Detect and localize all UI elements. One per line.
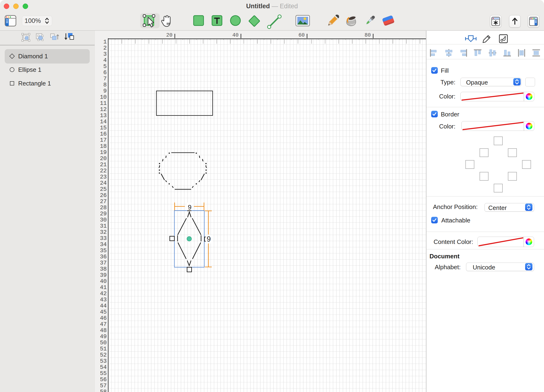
svg-text:30: 30 <box>100 217 107 223</box>
svg-text:38: 38 <box>100 266 107 272</box>
svg-text:20: 20 <box>166 32 172 38</box>
svg-text:4: 4 <box>103 57 107 64</box>
svg-text:58: 58 <box>100 389 107 392</box>
svg-text:49: 49 <box>100 333 107 340</box>
svg-text:6: 6 <box>103 69 107 76</box>
svg-text:28: 28 <box>100 204 107 211</box>
svg-text:10: 10 <box>100 94 107 100</box>
svg-text:43: 43 <box>100 297 107 303</box>
svg-text:1: 1 <box>103 39 107 45</box>
svg-text:80: 80 <box>365 32 371 38</box>
svg-text:52: 52 <box>100 352 107 358</box>
svg-text:24: 24 <box>100 180 107 186</box>
svg-text:17: 17 <box>100 137 107 143</box>
svg-text:18: 18 <box>100 143 107 149</box>
svg-text:27: 27 <box>100 198 107 205</box>
svg-text:14: 14 <box>100 119 107 125</box>
svg-text:56: 56 <box>100 376 107 383</box>
svg-text:3: 3 <box>103 51 107 57</box>
svg-text:13: 13 <box>100 113 107 119</box>
svg-text:20: 20 <box>100 155 107 162</box>
svg-text:22: 22 <box>100 168 107 174</box>
svg-text:36: 36 <box>100 254 107 260</box>
svg-text:12: 12 <box>100 106 107 113</box>
svg-text:46: 46 <box>100 315 107 321</box>
svg-text:5: 5 <box>103 63 107 70</box>
svg-text:25: 25 <box>100 186 107 192</box>
svg-text:51: 51 <box>100 346 107 352</box>
svg-text:35: 35 <box>100 248 107 254</box>
svg-text:54: 54 <box>100 364 107 370</box>
svg-text:55: 55 <box>100 370 107 377</box>
svg-text:53: 53 <box>100 358 107 364</box>
svg-text:9: 9 <box>207 235 211 243</box>
svg-text:11: 11 <box>100 100 107 107</box>
svg-text:2: 2 <box>103 45 107 51</box>
svg-text:48: 48 <box>100 327 107 334</box>
svg-text:26: 26 <box>100 192 107 199</box>
svg-text:32: 32 <box>100 229 107 235</box>
svg-text:31: 31 <box>100 223 107 229</box>
svg-text:47: 47 <box>100 321 107 327</box>
svg-text:9: 9 <box>103 88 107 94</box>
svg-text:40: 40 <box>100 278 107 285</box>
svg-text:16: 16 <box>100 131 107 137</box>
svg-text:15: 15 <box>100 125 107 131</box>
svg-text:39: 39 <box>100 272 107 279</box>
svg-text:8: 8 <box>103 82 107 88</box>
svg-text:29: 29 <box>100 211 107 217</box>
svg-text:44: 44 <box>100 303 107 309</box>
svg-text:50: 50 <box>100 339 107 346</box>
svg-text:41: 41 <box>100 284 107 291</box>
svg-text:19: 19 <box>100 149 107 156</box>
svg-text:9: 9 <box>188 203 191 211</box>
svg-text:23: 23 <box>100 174 107 180</box>
svg-text:60: 60 <box>298 32 305 38</box>
svg-text:57: 57 <box>100 383 107 389</box>
svg-text:34: 34 <box>100 241 107 248</box>
svg-text:7: 7 <box>103 76 107 82</box>
svg-text:33: 33 <box>100 235 107 242</box>
svg-text:42: 42 <box>100 291 107 297</box>
svg-text:21: 21 <box>100 161 107 168</box>
svg-text:45: 45 <box>100 309 107 315</box>
svg-text:40: 40 <box>232 32 238 38</box>
svg-text:37: 37 <box>100 260 107 266</box>
